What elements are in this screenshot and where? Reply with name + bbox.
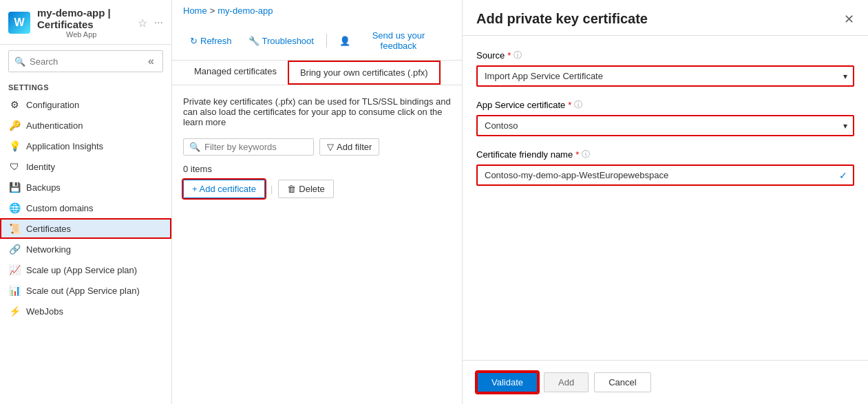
add-certificate-button[interactable]: + Add certificate xyxy=(183,180,265,198)
sidebar-item-authentication[interactable]: 🔑 Authentication xyxy=(0,115,171,136)
app-service-cert-info-icon[interactable]: ⓘ xyxy=(574,99,582,111)
feedback-button[interactable]: 👤 Send us your feedback xyxy=(332,27,451,54)
app-service-cert-required: * xyxy=(568,100,571,110)
sidebar-item-backups[interactable]: 💾 Backups xyxy=(0,177,171,198)
cert-friendly-name-input[interactable] xyxy=(476,164,854,186)
more-icon[interactable]: ··· xyxy=(154,17,163,29)
search-bar[interactable]: 🔍 « xyxy=(8,50,163,72)
webjobs-icon: ⚡ xyxy=(8,305,21,317)
add-label: Add xyxy=(558,377,574,387)
close-button[interactable]: ✕ xyxy=(844,12,854,27)
app-icon: W xyxy=(8,12,30,34)
app-service-cert-select-wrapper[interactable]: Contoso ▾ xyxy=(476,115,854,136)
sidebar-item-application-insights[interactable]: 💡 Application Insights xyxy=(0,136,171,156)
app-service-cert-label: App Service certificate * ⓘ xyxy=(476,99,854,111)
sidebar-item-configuration[interactable]: ⚙ Configuration xyxy=(0,94,171,115)
filter-input[interactable] xyxy=(204,142,308,152)
source-select-wrapper[interactable]: Import App Service Certificate Upload Ce… xyxy=(476,65,854,87)
tab-managed-certificates[interactable]: Managed certificates xyxy=(183,61,288,85)
action-row: + Add certificate | 🗑 Delete xyxy=(183,180,451,198)
sidebar-item-networking[interactable]: 🔗 Networking xyxy=(0,239,171,259)
source-label: Source * ⓘ xyxy=(476,50,854,61)
source-info-icon[interactable]: ⓘ xyxy=(514,50,522,61)
cert-friendly-name-label: Certificate friendly name * ⓘ xyxy=(476,149,854,160)
main-content: Home > my-demo-app ↻ Refresh 🔧 Troublesh… xyxy=(172,0,462,404)
sidebar-item-label: Custom domains xyxy=(26,203,94,213)
sidebar-item-label: WebJobs xyxy=(26,306,63,317)
settings-section-label: Settings xyxy=(0,78,171,94)
configuration-icon: ⚙ xyxy=(8,98,21,111)
tabs: Managed certificates Bring your own cert… xyxy=(172,61,462,85)
toolbar: ↻ Refresh 🔧 Troubleshoot 👤 Send us your … xyxy=(172,21,462,61)
sidebar-nav: ⚙ Configuration 🔑 Authentication 💡 Appli… xyxy=(0,94,171,321)
validate-label: Validate xyxy=(491,377,523,387)
sidebar-item-label: Networking xyxy=(26,244,71,255)
scale-up-icon: 📈 xyxy=(8,264,21,276)
add-cert-label: + Add certificate xyxy=(192,184,256,194)
add-filter-label: Add filter xyxy=(337,142,372,152)
app-service-cert-form-group: App Service certificate * ⓘ Contoso ▾ xyxy=(476,99,854,136)
backups-icon: 💾 xyxy=(8,181,21,193)
refresh-label: Refresh xyxy=(200,36,232,46)
cancel-button[interactable]: Cancel xyxy=(594,372,650,392)
sidebar-item-label: Configuration xyxy=(26,100,79,110)
domains-icon: 🌐 xyxy=(8,202,21,214)
troubleshoot-label: Troubleshoot xyxy=(262,36,314,46)
app-service-cert-select[interactable]: Contoso xyxy=(476,115,854,136)
refresh-button[interactable]: ↻ Refresh xyxy=(183,32,239,50)
troubleshoot-button[interactable]: 🔧 Troubleshoot xyxy=(242,32,321,50)
sidebar-item-label: Authentication xyxy=(26,120,83,131)
cert-friendly-name-required: * xyxy=(575,149,579,160)
delete-label: Delete xyxy=(299,184,325,194)
sidebar-item-certificates[interactable]: 📜 Certificates xyxy=(0,218,171,239)
cert-friendly-name-info-icon[interactable]: ⓘ xyxy=(582,149,590,160)
scale-out-icon: 📊 xyxy=(8,284,21,297)
sidebar-item-label: Backups xyxy=(26,182,61,193)
filter-row: 🔍 ▽ Add filter xyxy=(183,138,451,156)
delete-icon: 🗑 xyxy=(287,184,296,194)
sidebar-item-scale-up[interactable]: 📈 Scale up (App Service plan) xyxy=(0,259,171,280)
source-select[interactable]: Import App Service Certificate Upload Ce… xyxy=(476,65,854,87)
validate-button[interactable]: Validate xyxy=(476,372,538,393)
toolbar-divider xyxy=(326,34,327,47)
refresh-icon: ↻ xyxy=(190,36,198,46)
cert-friendly-name-input-wrapper[interactable]: ✓ xyxy=(476,164,854,186)
description-text: Private key certificates (.pfx) can be u… xyxy=(183,96,451,127)
feedback-icon: 👤 xyxy=(339,36,350,46)
breadcrumb-home[interactable]: Home xyxy=(183,6,207,16)
sidebar-item-custom-domains[interactable]: 🌐 Custom domains xyxy=(0,198,171,218)
app-title: my-demo-app | Certificates xyxy=(37,7,131,30)
sidebar: W my-demo-app | Certificates Web App ☆ ·… xyxy=(0,0,172,404)
tab-own-certificates[interactable]: Bring your own certificates (.pfx) xyxy=(288,61,441,85)
cert-friendly-name-label-text: Certificate friendly name xyxy=(476,149,573,160)
networking-icon: 🔗 xyxy=(8,243,21,255)
cert-friendly-name-form-group: Certificate friendly name * ⓘ ✓ xyxy=(476,149,854,186)
add-button[interactable]: Add xyxy=(544,372,589,392)
app-subtitle: Web App xyxy=(66,30,131,39)
insights-icon: 💡 xyxy=(8,140,21,152)
sidebar-item-label: Certificates xyxy=(26,224,71,234)
items-count: 0 items xyxy=(183,164,451,174)
sidebar-item-identity[interactable]: 🛡 Identity xyxy=(0,156,171,177)
troubleshoot-icon: 🔧 xyxy=(248,36,260,46)
sidebar-item-webjobs[interactable]: ⚡ WebJobs xyxy=(0,301,171,321)
filter-funnel-icon: ▽ xyxy=(327,142,334,152)
authentication-icon: 🔑 xyxy=(8,119,21,131)
checkmark-icon: ✓ xyxy=(839,170,847,181)
source-label-text: Source xyxy=(476,50,505,61)
filter-input-wrapper[interactable]: 🔍 xyxy=(183,138,314,156)
favorite-icon[interactable]: ☆ xyxy=(138,17,147,30)
app-icon-row: W my-demo-app | Certificates Web App ☆ ·… xyxy=(8,7,163,39)
panel-title: Add private key certificate xyxy=(476,11,648,27)
collapse-button[interactable]: « xyxy=(145,54,157,69)
add-filter-button[interactable]: ▽ Add filter xyxy=(319,138,379,156)
search-input[interactable] xyxy=(30,56,141,67)
delete-button[interactable]: 🗑 Delete xyxy=(278,180,334,198)
breadcrumb-app[interactable]: my-demo-app xyxy=(218,6,273,16)
certificates-icon: 📜 xyxy=(8,222,21,235)
sidebar-item-scale-out[interactable]: 📊 Scale out (App Service plan) xyxy=(0,280,171,301)
search-icon: 🔍 xyxy=(14,56,25,67)
feedback-label: Send us your feedback xyxy=(353,30,444,51)
sidebar-item-label: Identity xyxy=(26,162,55,172)
sidebar-item-label: Scale out (App Service plan) xyxy=(26,286,140,296)
